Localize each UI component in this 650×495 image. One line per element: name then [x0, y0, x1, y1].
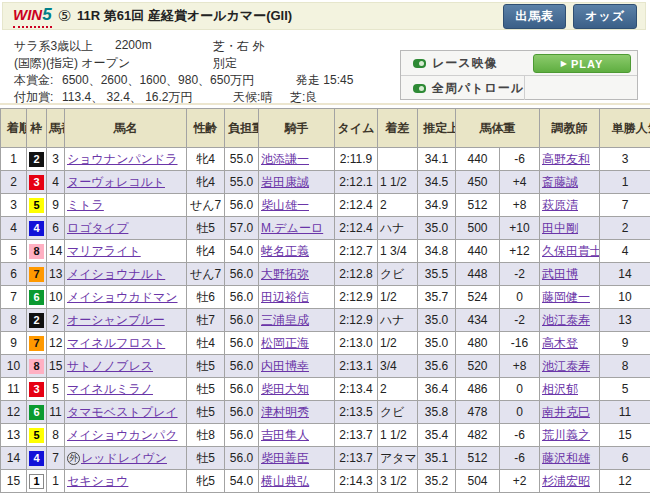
horse-name-link[interactable]: ヌーヴォレコルト: [67, 175, 165, 189]
sex-age-cell: 牡5: [187, 217, 225, 240]
horse-name-link[interactable]: メイショウナルト: [67, 267, 165, 281]
odds-button[interactable]: オッズ: [573, 4, 637, 29]
horse-name-cell: ミトラ: [65, 194, 187, 217]
trainer-link[interactable]: 久保田貴士: [542, 244, 600, 258]
trainer-link[interactable]: 田中剛: [542, 221, 578, 235]
trainer-link[interactable]: 杉浦宏昭: [542, 474, 590, 488]
frame-cell: 8: [27, 240, 47, 263]
horse-number-cell: 12: [47, 332, 65, 355]
weight-diff-cell: +2: [500, 470, 540, 493]
jockey-link[interactable]: 柴田大知: [261, 382, 309, 396]
trainer-link[interactable]: 武田博: [542, 267, 578, 281]
frame-cell: 3: [27, 378, 47, 401]
horse-name-link[interactable]: メイショウカドマン: [67, 290, 178, 304]
page-title: 11R 第61回 産経賞オールカマー(GII): [77, 7, 292, 25]
trainer-link[interactable]: 高木登: [542, 336, 578, 350]
horse-name-link[interactable]: ショウナンパンドラ: [67, 152, 178, 166]
col-header-jockey: 騎手: [259, 109, 335, 148]
weight-diff-cell: 0: [500, 378, 540, 401]
trainer-link[interactable]: 高野友和: [542, 152, 590, 166]
margin-cell: ハナ: [378, 309, 418, 332]
trainer-link[interactable]: 池江泰寿: [542, 359, 590, 373]
trainer-cell: 高野友和: [540, 148, 600, 171]
frame-badge: 5: [29, 428, 44, 443]
jockey-link[interactable]: 田辺裕信: [261, 290, 309, 304]
horse-name-link[interactable]: マイネルミラノ: [67, 382, 153, 396]
trainer-link[interactable]: 藤沢和雄: [542, 451, 590, 465]
horse-name-link[interactable]: マイネルフロスト: [67, 336, 165, 350]
sex-age-cell: せん7: [187, 263, 225, 286]
carried-weight-cell: 56.0: [225, 355, 259, 378]
sex-age-cell: 牡4: [187, 332, 225, 355]
horse-name-link[interactable]: ロゴタイプ: [67, 221, 128, 235]
horse-name-link[interactable]: マリアライト: [67, 244, 141, 258]
last3f-cell: 35.8: [418, 401, 456, 424]
entry-table-button[interactable]: 出馬表: [503, 4, 566, 29]
jockey-link[interactable]: 大野拓弥: [261, 267, 309, 281]
jockey-link[interactable]: 吉田隼人: [261, 428, 309, 442]
trainer-link[interactable]: 萩原清: [542, 198, 578, 212]
frame-cell: 6: [27, 401, 47, 424]
trainer-link[interactable]: 相沢郁: [542, 382, 578, 396]
rank-cell: 4: [1, 217, 27, 240]
time-cell: 2:12.4: [335, 194, 378, 217]
trainer-link[interactable]: 南井克巳: [542, 405, 590, 419]
table-row: 4 4 6 ロゴタイプ 牡5 57.0 M.デムーロ 2:12.4 ハナ 35.…: [1, 217, 650, 240]
jockey-link[interactable]: 池添謙一: [261, 152, 309, 166]
jockey-link[interactable]: 蛯名正義: [261, 244, 309, 258]
horse-name-link[interactable]: メイショウカンパク: [67, 428, 178, 442]
rank-cell: 7: [1, 286, 27, 309]
trainer-link[interactable]: 荒川義之: [542, 428, 590, 442]
jockey-link[interactable]: 柴山雄一: [261, 198, 309, 212]
horse-name-link[interactable]: オーシャンブルー: [67, 313, 165, 327]
jockey-link[interactable]: 津村明秀: [261, 405, 309, 419]
frame-cell: 7: [27, 332, 47, 355]
trainer-cell: 斎藤誠: [540, 171, 600, 194]
weight-diff-cell: -2: [500, 263, 540, 286]
foreign-horse-mark: 外: [67, 452, 80, 465]
horse-name-link[interactable]: タマモベストプレイ: [67, 405, 178, 419]
trainer-link[interactable]: 斎藤誠: [542, 175, 578, 189]
jockey-link[interactable]: 岩田康誠: [261, 175, 309, 189]
popularity-cell: 11: [600, 401, 650, 424]
horse-name-link[interactable]: セキショウ: [67, 474, 128, 488]
trainer-cell: 池江泰寿: [540, 355, 600, 378]
horse-weight-cell: 450: [456, 171, 500, 194]
time-cell: 2:13.0: [335, 332, 378, 355]
horse-name-link[interactable]: レッドレイヴン: [81, 451, 167, 465]
horse-name-link[interactable]: サトノノブレス: [67, 359, 153, 373]
trainer-cell: 萩原清: [540, 194, 600, 217]
horse-number-cell: 8: [47, 424, 65, 447]
popularity-cell: 12: [600, 470, 650, 493]
horse-number-cell: 3: [47, 148, 65, 171]
table-row: 12 6 11 タマモベストプレイ 牡5 56.0 津村明秀 2:13.5 クビ…: [1, 401, 650, 424]
col-header-popularity: 単勝人気: [600, 109, 650, 148]
start-time: 発走 15:45: [296, 72, 353, 89]
jockey-link[interactable]: 松岡正海: [261, 336, 309, 350]
horse-name-cell: ロゴタイプ: [65, 217, 187, 240]
frame-cell: 2: [27, 148, 47, 171]
frame-cell: 6: [27, 286, 47, 309]
horse-name-link[interactable]: ミトラ: [67, 198, 104, 212]
col-header-weight: 負担重量: [225, 109, 259, 148]
race-video-label: レース映像: [432, 55, 498, 72]
frame-cell: 7: [27, 263, 47, 286]
jockey-cell: 岩田康誠: [259, 171, 335, 194]
jockey-link[interactable]: 三浦皇成: [261, 313, 309, 327]
margin-cell: 2: [378, 378, 418, 401]
sex-age-cell: 牡6: [187, 286, 225, 309]
frame-badge: 8: [29, 359, 44, 374]
jockey-link[interactable]: 横山典弘: [261, 474, 309, 488]
win5-logo-text: WIN: [13, 6, 42, 23]
horse-weight-cell: 504: [456, 470, 500, 493]
jockey-link[interactable]: M.デムーロ: [261, 221, 323, 235]
jockey-link[interactable]: 内田博幸: [261, 359, 309, 373]
horse-name-cell: マイネルミラノ: [65, 378, 187, 401]
jockey-link[interactable]: 柴田善臣: [261, 451, 309, 465]
trainer-link[interactable]: 藤岡健一: [542, 290, 590, 304]
sex-age-cell: 牡8: [187, 424, 225, 447]
trainer-link[interactable]: 池江泰寿: [542, 313, 590, 327]
play-button[interactable]: ▶PLAY: [533, 54, 631, 73]
col-header-number: 馬番: [47, 109, 65, 148]
race-class: サラ系3歳以上: [14, 38, 93, 55]
